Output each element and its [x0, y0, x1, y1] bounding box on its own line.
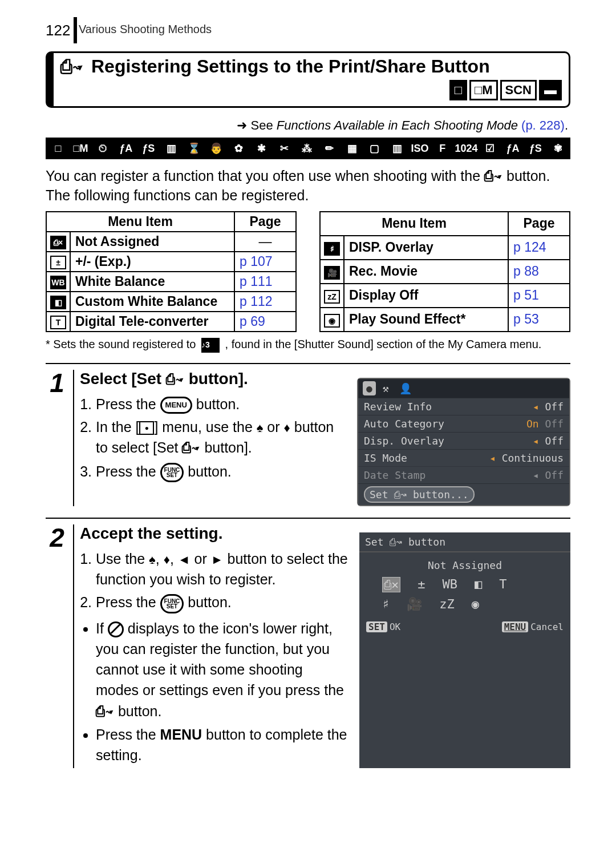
not-assigned-icon: ⎙×: [382, 577, 400, 592]
mode-indicator: SCN: [500, 80, 537, 100]
page-number: 122: [46, 22, 70, 39]
lcd-screenshot-1: ● ⚒ 👤 Review Info◂ Off Auto CategoryOn O…: [357, 378, 570, 506]
step-1: 1 Select [Set ⎙↝ button]. Press the MENU…: [46, 363, 570, 518]
disp-overlay-icon: ♯: [382, 597, 390, 611]
highlighted-menu-item: Set ⎙↝ button...: [364, 486, 475, 503]
func-set-button-icon: FUNCSET: [160, 463, 184, 482]
left-arrow-icon: ◄: [178, 552, 191, 567]
step-number: 2: [46, 524, 74, 768]
camera-tab-icon: ●: [363, 381, 376, 395]
wb-icon: WB: [443, 577, 458, 592]
shutter-sound-icon: ♪3: [201, 338, 220, 353]
print-share-icon: ⎙↝: [182, 439, 200, 456]
exposure-icon: ±: [50, 256, 66, 269]
table-row: TDigital Tele-converterp 69: [46, 312, 296, 332]
disp-overlay-icon: ♯: [324, 242, 340, 256]
list-item: If displays to the icon's lower right, y…: [96, 618, 349, 722]
mode-indicator: □: [449, 80, 467, 100]
movie-icon: 🎥: [407, 597, 422, 611]
up-arrow-icon: ♠: [149, 552, 156, 567]
custom-wb-icon: ◧: [475, 577, 482, 592]
list-item: In the [●] menu, use the ♠ or ♦ button t…: [96, 417, 347, 459]
table-row: ♯DISP. Overlayp 124: [320, 236, 570, 260]
tools-tab-icon: ⚒: [379, 381, 392, 395]
section-header: ⎙↝ Registering Settings to the Print/Sha…: [46, 51, 570, 108]
footnote: * Sets the sound registered to ♪3 , foun…: [46, 337, 570, 353]
table-row: ±+/- (Exp.)p 107: [46, 252, 296, 272]
teleconverter-icon: T: [50, 316, 66, 329]
teleconverter-icon: T: [499, 577, 506, 592]
prohibit-icon: [108, 621, 124, 637]
table-row: ⎙×Not Assigned—: [46, 232, 296, 252]
camera-tab-icon: ●: [139, 421, 154, 435]
shooting-mode-icon-strip: □□M⏲ƒAƒS▥⌛👨✿✱✂⁂✏▦▢▥ISOF1024☑ƒAƒS✾: [46, 138, 570, 159]
sound-effect-icon: ◉: [324, 314, 340, 328]
step-title: Accept the setting.: [80, 524, 349, 543]
list-item: Press the MENU button to complete the se…: [96, 724, 349, 766]
print-share-icon: ⎙↝: [166, 370, 184, 387]
right-arrow-icon: ►: [211, 552, 224, 567]
step-2: 2 Accept the setting. Use the ♠, ♦, ◄ or…: [46, 518, 570, 780]
header-section-title: Various Shooting Methods: [79, 23, 212, 36]
step-number: 1: [46, 370, 74, 506]
table-row: 🎥Rec. Moviep 88: [320, 260, 570, 284]
func-set-button-icon: FUNCSET: [160, 594, 184, 613]
display-off-icon: zZ: [324, 290, 340, 304]
step-title: Select [Set ⎙↝ button].: [80, 370, 347, 388]
section-title: Registering Settings to the Print/Share …: [91, 56, 490, 77]
list-item: Press the FUNCSET button.: [96, 461, 347, 482]
wb-icon: WB: [50, 276, 66, 289]
exposure-icon: ±: [418, 577, 425, 592]
intro-paragraph: You can register a function that you oft…: [46, 166, 570, 205]
down-arrow-icon: ♦: [284, 421, 290, 435]
lcd-screenshot-2: Set ⎙↝ button Not Assigned ⎙× ± WB ◧ T ♯…: [359, 532, 570, 768]
up-arrow-icon: ♠: [257, 421, 264, 435]
movie-icon: 🎥: [324, 266, 340, 280]
table-row: ◧Custom White Balancep 112: [46, 292, 296, 312]
print-share-icon: ⎙↝: [484, 167, 502, 184]
list-item: Press the MENU button.: [96, 394, 347, 414]
display-off-icon: zZ: [439, 597, 455, 611]
functions-table-left: Menu Item Page ⎙×Not Assigned— ±+/- (Exp…: [46, 211, 297, 332]
mode-indicator: ▬: [539, 80, 562, 100]
set-ok-button: SETOK: [366, 621, 400, 632]
print-share-icon: ⎙↝: [96, 703, 114, 720]
table-row: WBWhite Balancep 111: [46, 272, 296, 292]
mycamera-tab-icon: 👤: [396, 381, 415, 395]
custom-wb-icon: ◧: [50, 296, 66, 309]
menu-cancel-button: MENUCancel: [502, 621, 564, 632]
table-row: ◉Play Sound Effect*p 53: [320, 308, 570, 332]
down-arrow-icon: ♦: [164, 552, 170, 567]
not-assigned-icon: ⎙×: [50, 236, 66, 249]
functions-table-right: Menu Item Page ♯DISP. Overlayp 124 🎥Rec.…: [319, 211, 570, 332]
print-share-icon: ⎙↝: [60, 55, 83, 78]
table-row: zZDisplay Offp 51: [320, 284, 570, 308]
mode-indicator: □M: [469, 80, 498, 100]
list-item: Use the ♠, ♦, ◄ or ► button to select th…: [96, 548, 349, 590]
see-reference: ➜ See Functions Available in Each Shooti…: [46, 118, 568, 133]
menu-button-icon: MENU: [160, 397, 192, 414]
list-item: Press the FUNCSET button.: [96, 592, 349, 613]
sound-effect-icon: ◉: [472, 597, 479, 611]
